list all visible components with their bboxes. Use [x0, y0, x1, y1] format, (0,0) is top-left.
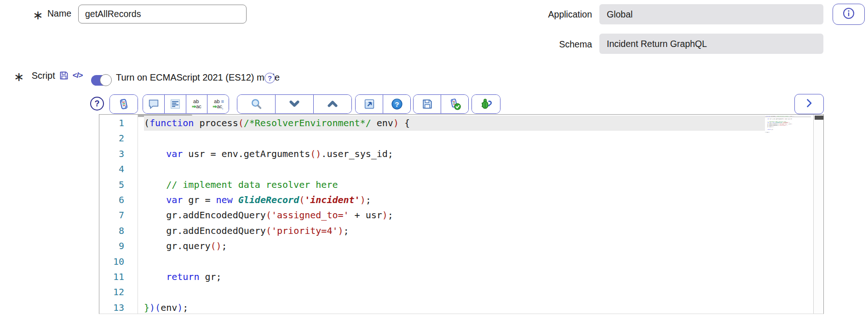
vertical-scrollbar[interactable]	[813, 115, 824, 314]
info-icon	[842, 7, 855, 22]
toolbar-group	[471, 94, 500, 114]
replace-all-button[interactable]: ab ≡ ⇒ac	[207, 95, 229, 113]
code-line[interactable]	[144, 162, 765, 177]
line-number: 5	[99, 177, 138, 192]
save-icon[interactable]	[58, 70, 69, 81]
code-line: })(env);	[765, 132, 811, 134]
find-next-button[interactable]	[275, 95, 313, 113]
line-number: 4	[99, 162, 138, 177]
svg-text:?: ?	[395, 100, 399, 108]
script-syntax-button[interactable]	[110, 95, 138, 113]
help-button[interactable]: ?	[383, 95, 410, 113]
save-button[interactable]	[414, 95, 441, 113]
name-input[interactable]	[78, 5, 247, 23]
toolbar-group	[237, 94, 352, 114]
code-line[interactable]: })(env);	[144, 300, 765, 314]
syntax-check-icon	[448, 98, 461, 111]
code-line[interactable]	[144, 131, 765, 146]
vertical-scrollbar-thumb[interactable]	[815, 116, 823, 120]
code-line[interactable]: // implement data resolver here	[144, 177, 765, 192]
code-minimap: (function process(/*ResolverEnvironment*…	[765, 116, 811, 144]
es-mode-toggle[interactable]	[91, 75, 110, 86]
application-label: Application	[454, 9, 592, 20]
find-next-icon	[288, 98, 301, 111]
chevron-right-icon	[804, 98, 815, 111]
line-number: 9	[99, 239, 138, 254]
code-line[interactable]: gr.addEncodedQuery('assigned_to=' + usr)…	[144, 208, 765, 223]
open-in-window-icon	[363, 98, 376, 111]
code-area[interactable]: (function process(/*ResolverEnvironment*…	[138, 115, 812, 314]
line-number: 13	[99, 300, 138, 314]
line-number: 6	[99, 192, 138, 208]
script-editor[interactable]: 12345678910111213 (function process(/*Re…	[99, 114, 824, 314]
schema-field: Incident Return GraphQL	[599, 34, 823, 54]
es-mode-label: Turn on ECMAScript 2021 (ES12) mode	[116, 72, 280, 83]
replace-button[interactable]: ab ⇒ac	[186, 95, 207, 113]
debug-icon	[480, 98, 493, 111]
line-number: 3	[99, 146, 138, 162]
code-line[interactable]: var usr = env.getArguments().user_sys_id…	[144, 146, 765, 162]
save-icon	[421, 98, 434, 111]
open-in-window-button[interactable]	[356, 95, 383, 113]
editor-help-icon[interactable]: ?	[90, 97, 104, 111]
line-number-gutter: 12345678910111213	[99, 115, 138, 314]
code-line[interactable]: return gr;	[144, 269, 765, 285]
help-icon: ?	[391, 98, 403, 111]
code-line[interactable]: gr.addEncodedQuery('priority=4');	[144, 223, 765, 239]
toolbar-group: ab ⇒ac ab ≡ ⇒ac	[143, 94, 229, 114]
toolbar-group	[109, 94, 138, 114]
line-number: 12	[99, 285, 138, 300]
es-mode-help-icon[interactable]: ?	[264, 73, 275, 83]
code-line[interactable]	[144, 285, 765, 300]
find-previous-button[interactable]	[313, 95, 351, 113]
application-field: Global	[599, 4, 823, 24]
code-line[interactable]: (function process(/*ResolverEnvironment*…	[144, 116, 765, 131]
syntax-check-button[interactable]	[441, 95, 468, 113]
line-number: 11	[99, 269, 138, 285]
toggle-knob	[100, 74, 112, 86]
format-code-button[interactable]	[164, 95, 186, 113]
replace-all-icon: ab ≡ ⇒ac	[213, 99, 224, 109]
line-number: 2	[99, 131, 138, 146]
replace-icon: ab ⇒ac	[192, 99, 201, 109]
code-line[interactable]	[144, 254, 765, 269]
code-line[interactable]: var gr = new GlideRecord('incident');	[144, 192, 765, 208]
line-number: 8	[99, 223, 138, 239]
line-number: 10	[99, 254, 138, 269]
code-icon[interactable]: </>	[73, 71, 83, 80]
toolbar-group	[413, 94, 469, 114]
code-line[interactable]: gr.query();	[144, 239, 765, 254]
debug-button[interactable]	[472, 95, 500, 113]
required-marker: ∗	[14, 73, 24, 81]
toolbar-group: ?	[355, 94, 411, 114]
comment-icon	[147, 98, 160, 111]
find-previous-icon	[326, 98, 339, 111]
search-button[interactable]	[237, 95, 275, 113]
script-syntax-icon	[117, 98, 130, 111]
schema-label: Schema	[454, 39, 592, 50]
comment-button[interactable]	[143, 95, 164, 113]
form-info-button[interactable]	[833, 4, 865, 25]
search-icon	[250, 98, 263, 111]
name-label: ∗ Name	[9, 8, 71, 19]
line-number: 7	[99, 208, 138, 223]
script-field-label: ∗ Script </>	[14, 70, 82, 81]
format-code-icon	[169, 98, 182, 111]
toolbar-expand-button[interactable]	[794, 94, 824, 114]
line-number: 1	[99, 116, 138, 131]
required-marker: ∗	[33, 11, 43, 19]
